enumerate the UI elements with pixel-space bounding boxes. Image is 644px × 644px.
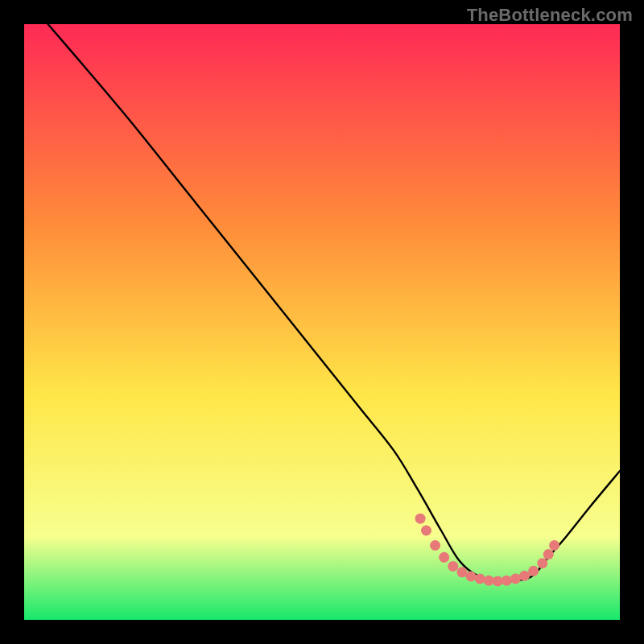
marker-dot (510, 573, 521, 584)
marker-dot (421, 526, 431, 536)
marker-dot (543, 549, 554, 559)
marker-dot (519, 571, 530, 581)
marker-dot (415, 514, 426, 524)
watermark-text: TheBottleneck.com (467, 5, 633, 26)
plot-area (24, 24, 620, 620)
marker-dot (475, 573, 485, 584)
marker-dot (456, 567, 467, 577)
marker-dot (537, 558, 547, 568)
marker-dot (493, 576, 503, 586)
marker-dot (448, 561, 458, 572)
marker-dot (466, 571, 477, 581)
marker-dot (430, 540, 440, 551)
marker-dot (439, 552, 449, 563)
gradient-background (24, 24, 620, 620)
chart-svg (24, 24, 620, 620)
marker-dot (484, 576, 494, 586)
chart-frame: TheBottleneck.com (0, 0, 644, 644)
marker-dot (549, 540, 559, 551)
marker-dot (528, 566, 539, 576)
marker-dot (502, 576, 512, 586)
